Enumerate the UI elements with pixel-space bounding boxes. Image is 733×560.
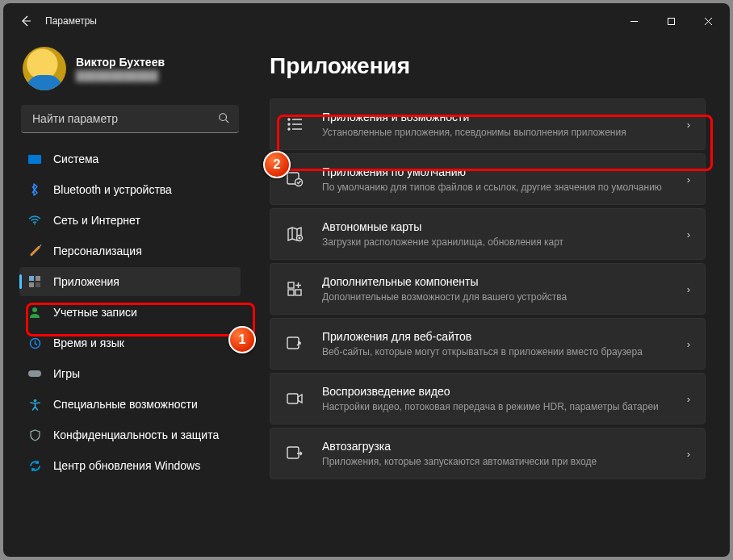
main-content: Приложения Приложения и возможности Уста… bbox=[253, 39, 730, 557]
nav-label: Игры bbox=[53, 367, 80, 380]
nav-label: Конфиденциальность и защита bbox=[53, 428, 219, 441]
bluetooth-icon bbox=[27, 182, 42, 197]
apps-icon bbox=[27, 274, 42, 289]
svg-rect-17 bbox=[288, 282, 294, 288]
nav-label: Учетные записи bbox=[53, 306, 137, 319]
chevron-right-icon: › bbox=[687, 228, 690, 240]
chevron-right-icon: › bbox=[687, 173, 690, 186]
svg-rect-4 bbox=[36, 276, 40, 281]
svg-rect-9 bbox=[28, 370, 41, 377]
list-icon bbox=[285, 115, 304, 134]
svg-rect-20 bbox=[287, 337, 299, 349]
svg-point-12 bbox=[288, 123, 290, 125]
card-subtitle: По умолчанию для типов файлов и ссылок, … bbox=[322, 181, 679, 194]
card-title: Дополнительные компоненты bbox=[322, 274, 679, 289]
titlebar: Параметры bbox=[3, 3, 730, 39]
nav-item-network[interactable]: Сеть и Интернет bbox=[19, 206, 241, 235]
clock-globe-icon bbox=[27, 336, 42, 350]
search-icon bbox=[218, 112, 229, 126]
svg-point-7 bbox=[32, 307, 37, 312]
accessibility-icon bbox=[27, 397, 42, 412]
svg-point-11 bbox=[288, 119, 290, 120]
card-title: Автономные карты bbox=[322, 219, 679, 234]
svg-rect-18 bbox=[288, 290, 294, 295]
svg-point-2 bbox=[34, 224, 36, 225]
nav-item-apps[interactable]: Приложения bbox=[19, 267, 241, 296]
svg-rect-21 bbox=[287, 394, 298, 403]
svg-point-1 bbox=[220, 113, 227, 120]
nav-label: Персонализация bbox=[53, 244, 142, 257]
chevron-right-icon: › bbox=[687, 283, 690, 295]
profile-block[interactable]: Виктор Бухтеев ████████████ bbox=[15, 42, 245, 102]
nav-item-gaming[interactable]: Игры bbox=[19, 359, 241, 388]
maximize-button[interactable] bbox=[652, 3, 689, 39]
nav-label: Время и язык bbox=[53, 336, 124, 349]
card-apps-features[interactable]: Приложения и возможности Установленные п… bbox=[270, 98, 706, 150]
sidebar: Виктор Бухтеев ████████████ Система bbox=[3, 39, 253, 557]
svg-rect-6 bbox=[36, 282, 40, 287]
search-input[interactable] bbox=[31, 111, 218, 126]
startup-icon bbox=[285, 444, 304, 463]
svg-rect-5 bbox=[29, 282, 34, 287]
person-icon bbox=[27, 305, 42, 320]
card-title: Приложения и возможности bbox=[322, 110, 679, 124]
search-box[interactable] bbox=[21, 105, 239, 133]
default-app-icon bbox=[285, 169, 304, 189]
card-title: Автозагрузка bbox=[322, 439, 679, 453]
card-subtitle: Настройки видео, потоковая передача в ре… bbox=[322, 400, 679, 413]
chevron-right-icon: › bbox=[687, 393, 690, 405]
svg-point-10 bbox=[33, 399, 36, 402]
components-icon bbox=[285, 279, 304, 299]
nav-list: Система Bluetooth и устройства Сеть и Ин… bbox=[15, 144, 245, 480]
card-title: Приложения по умолчанию bbox=[322, 165, 679, 179]
nav-item-accounts[interactable]: Учетные записи bbox=[19, 298, 241, 327]
svg-rect-19 bbox=[295, 290, 301, 295]
website-app-icon bbox=[285, 334, 304, 353]
nav-item-system[interactable]: Система bbox=[19, 144, 241, 173]
minimize-button[interactable] bbox=[615, 3, 652, 39]
card-subtitle: Установленные приложения, псевдонимы вып… bbox=[322, 126, 679, 139]
nav-label: Специальные возможности bbox=[53, 398, 198, 411]
card-video-playback[interactable]: Воспроизведение видео Настройки видео, п… bbox=[270, 373, 706, 424]
back-button[interactable] bbox=[13, 8, 39, 34]
chevron-right-icon: › bbox=[687, 119, 690, 131]
profile-email: ████████████ bbox=[76, 70, 165, 81]
wifi-icon bbox=[27, 213, 42, 228]
nav-item-update[interactable]: Центр обновления Windows bbox=[19, 451, 241, 480]
nav-item-bluetooth[interactable]: Bluetooth и устройства bbox=[19, 175, 241, 204]
card-subtitle: Веб-сайты, которые могут открываться в п… bbox=[322, 345, 679, 358]
page-title: Приложения bbox=[270, 53, 706, 79]
card-optional-features[interactable]: Дополнительные компоненты Дополнительные… bbox=[270, 263, 706, 315]
brush-icon bbox=[27, 244, 42, 258]
nav-item-time[interactable]: Время и язык bbox=[19, 328, 241, 357]
chevron-right-icon: › bbox=[687, 448, 690, 460]
card-default-apps[interactable]: Приложения по умолчанию По умолчанию для… bbox=[270, 153, 706, 205]
card-title: Воспроизведение видео bbox=[322, 384, 679, 399]
avatar bbox=[23, 47, 66, 90]
nav-label: Сеть и Интернет bbox=[53, 214, 140, 227]
card-subtitle: Дополнительные возможности для вашего ус… bbox=[322, 290, 679, 303]
card-apps-for-websites[interactable]: Приложения для веб-сайтов Веб-сайты, кот… bbox=[270, 318, 706, 370]
nav-label: Система bbox=[53, 153, 98, 165]
svg-rect-22 bbox=[287, 447, 299, 458]
nav-label: Bluetooth и устройства bbox=[53, 183, 172, 196]
svg-rect-3 bbox=[29, 276, 34, 281]
map-icon bbox=[285, 224, 304, 244]
gamepad-icon bbox=[27, 366, 42, 381]
card-title: Приложения для веб-сайтов bbox=[322, 329, 679, 344]
card-startup[interactable]: Автозагрузка Приложения, которые запуска… bbox=[270, 428, 706, 479]
nav-item-accessibility[interactable]: Специальные возможности bbox=[19, 390, 241, 419]
nav-label: Приложения bbox=[53, 275, 119, 288]
window-controls bbox=[615, 3, 727, 39]
profile-name: Виктор Бухтеев bbox=[76, 56, 165, 69]
update-icon bbox=[27, 458, 42, 473]
chevron-right-icon: › bbox=[687, 338, 690, 350]
display-icon bbox=[27, 152, 42, 166]
close-button[interactable] bbox=[689, 3, 727, 39]
video-icon bbox=[285, 389, 304, 408]
arrow-left-icon bbox=[19, 15, 32, 27]
nav-item-privacy[interactable]: Конфиденциальность и защита bbox=[19, 420, 241, 449]
nav-item-personalization[interactable]: Персонализация bbox=[19, 236, 241, 265]
card-offline-maps[interactable]: Автономные карты Загрузки расположение х… bbox=[270, 208, 706, 260]
window-title: Параметры bbox=[45, 15, 97, 27]
